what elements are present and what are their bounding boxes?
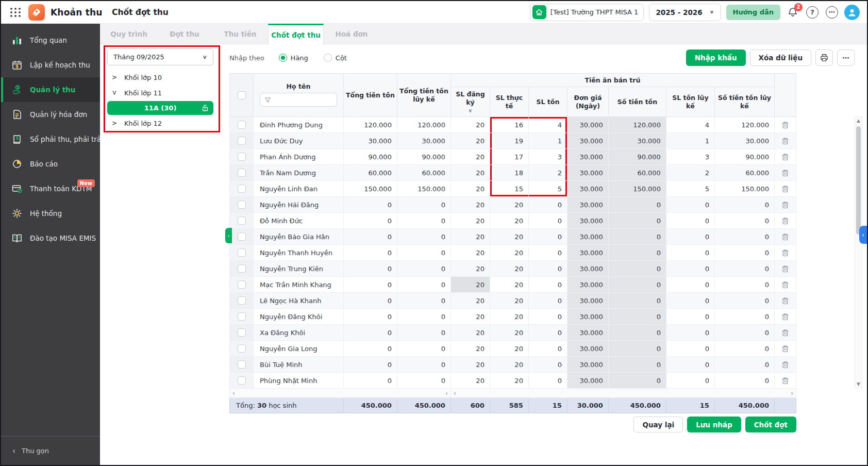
amount-remain-cum-cell[interactable]: 60.000 <box>714 165 774 181</box>
sl-remain-cell[interactable]: 5 <box>528 181 567 197</box>
unit-price-cell[interactable]: 30.000 <box>567 133 608 149</box>
scrollbar-thumb[interactable] <box>856 126 861 235</box>
radio-column-mode[interactable]: Cột <box>324 54 347 62</box>
sl-remain-cum-cell[interactable]: 2 <box>666 165 714 181</box>
row-checkbox[interactable] <box>238 185 246 193</box>
trash-icon[interactable] <box>775 312 796 321</box>
sl-actual-cell[interactable]: 20 <box>490 245 528 261</box>
total-cum-cell[interactable]: 0 <box>397 197 450 213</box>
sl-actual-cell[interactable]: 20 <box>490 341 528 357</box>
collapse-tree-panel-handle[interactable]: ‹ <box>225 228 232 243</box>
total-cell[interactable]: 0 <box>343 261 397 277</box>
sidebar-item-7[interactable]: Hệ thống <box>1 201 100 226</box>
sidebar-item-6[interactable]: Thanh toán KDTMNew <box>1 176 100 201</box>
tree-class-selected[interactable]: 11A (30) <box>107 101 213 115</box>
amount-remain-cell[interactable]: 0 <box>608 373 666 389</box>
amount-remain-cell[interactable]: 120.000 <box>608 117 666 133</box>
sl-remain-cum-cell[interactable]: 0 <box>666 325 714 341</box>
amount-remain-cum-cell[interactable]: 0 <box>714 325 774 341</box>
col-header-amount-remain-cum[interactable]: Số tiền tồn lũy kế <box>714 87 774 117</box>
amount-remain-cell[interactable]: 0 <box>608 229 666 245</box>
import-button[interactable]: Nhập khẩu <box>686 49 746 66</box>
total-cum-cell[interactable]: 150.000 <box>397 181 450 197</box>
row-checkbox[interactable] <box>238 312 246 321</box>
print-button[interactable] <box>815 49 833 66</box>
chevron-collapsed-icon[interactable]: > <box>112 120 117 127</box>
sl-actual-cell[interactable]: 20 <box>490 261 528 277</box>
total-cell[interactable]: 150.000 <box>343 181 397 197</box>
total-cell[interactable]: 0 <box>343 309 397 325</box>
total-cum-cell[interactable]: 0 <box>397 213 450 229</box>
guide-button[interactable]: Hướng dẫn <box>726 5 781 20</box>
table-vertical-scrollbar[interactable]: ▲ ▼ <box>855 116 862 388</box>
amount-remain-cum-cell[interactable]: 0 <box>714 309 774 325</box>
total-cum-cell[interactable]: 90.000 <box>397 149 450 165</box>
sl-remain-cell[interactable]: 0 <box>528 341 567 357</box>
name-filter-input[interactable] <box>260 93 337 107</box>
unit-price-cell[interactable]: 30.000 <box>567 149 608 165</box>
sl-remain-cum-cell[interactable]: 0 <box>666 357 714 373</box>
sl-remain-cell[interactable]: 0 <box>528 293 567 309</box>
sidebar-item-3[interactable]: Quản lý hóa đơn <box>1 102 100 127</box>
unit-price-cell[interactable]: 30.000 <box>567 261 608 277</box>
sidebar-item-2[interactable]: $Quản lý thu <box>1 77 100 102</box>
trash-icon[interactable] <box>775 248 796 257</box>
radio-row-mode[interactable]: Hàng <box>279 54 308 62</box>
sl-reg-cell[interactable]: 20 <box>450 181 490 197</box>
sidebar-item-1[interactable]: $Lập kế hoạch thu <box>1 53 100 77</box>
tab-4[interactable]: Hoá đơn <box>324 24 379 44</box>
sl-remain-cum-cell[interactable]: 0 <box>666 245 714 261</box>
col-header-unit-price[interactable]: Đơn giá (Ngày) <box>567 87 608 117</box>
sl-remain-cell[interactable]: 0 <box>528 197 567 213</box>
trash-icon[interactable] <box>775 201 796 209</box>
amount-remain-cell[interactable]: 90.000 <box>608 149 666 165</box>
sl-actual-cell[interactable]: 19 <box>490 133 528 149</box>
sl-reg-cell[interactable]: 20 <box>450 341 490 357</box>
sl-remain-cell[interactable]: 0 <box>528 229 567 245</box>
amount-remain-cell[interactable]: 0 <box>608 261 666 277</box>
school-year-dropdown[interactable]: 2025 - 2026 ∨ <box>649 4 721 21</box>
amount-remain-cell[interactable]: 30.000 <box>608 133 666 149</box>
total-cell[interactable]: 60.000 <box>343 165 397 181</box>
total-cum-cell[interactable]: 120.000 <box>397 117 450 133</box>
sl-reg-cell[interactable]: 20 <box>450 277 490 293</box>
trash-icon[interactable] <box>775 296 796 305</box>
amount-remain-cum-cell[interactable]: 30.000 <box>714 133 774 149</box>
sl-remain-cell[interactable]: 0 <box>528 277 567 293</box>
trash-icon[interactable] <box>775 169 796 177</box>
sl-remain-cell[interactable]: 2 <box>528 165 567 181</box>
col-header-amount-remain[interactable]: Số tiền tồn <box>608 87 666 117</box>
sl-reg-cell[interactable]: 20 <box>450 261 490 277</box>
amount-remain-cum-cell[interactable]: 0 <box>714 229 774 245</box>
sidebar-item-5[interactable]: Báo cáo <box>1 152 100 176</box>
unit-price-cell[interactable]: 30.000 <box>567 277 608 293</box>
sl-remain-cell[interactable]: 3 <box>528 149 567 165</box>
sl-reg-cell[interactable]: 20 <box>450 245 490 261</box>
sl-remain-cell[interactable]: 0 <box>528 325 567 341</box>
amount-remain-cell[interactable]: 0 <box>608 293 666 309</box>
total-cell[interactable]: 0 <box>343 357 397 373</box>
sidebar-item-4[interactable]: $Sổ phải thu, phải trả <box>1 127 100 152</box>
sl-reg-cell[interactable]: 20 <box>450 197 490 213</box>
trash-icon[interactable] <box>775 376 796 385</box>
sl-actual-cell[interactable]: 16 <box>490 117 528 133</box>
total-cell[interactable]: 0 <box>343 277 397 293</box>
amount-remain-cell[interactable]: 60.000 <box>608 165 666 181</box>
total-cell[interactable]: 0 <box>343 229 397 245</box>
trash-icon[interactable] <box>775 137 796 145</box>
amount-remain-cell[interactable]: 0 <box>608 309 666 325</box>
sl-remain-cell[interactable]: 0 <box>528 357 567 373</box>
sl-actual-cell[interactable]: 20 <box>490 293 528 309</box>
trash-icon[interactable] <box>775 121 796 129</box>
sl-reg-cell[interactable]: 20 <box>450 133 490 149</box>
total-cum-cell[interactable]: 0 <box>397 229 450 245</box>
amount-remain-cum-cell[interactable]: 120.000 <box>714 117 774 133</box>
notifications-button[interactable]: 2 <box>786 5 800 20</box>
sl-reg-cell[interactable]: 20 <box>450 325 490 341</box>
amount-remain-cell[interactable]: 0 <box>608 277 666 293</box>
total-cum-cell[interactable]: 60.000 <box>397 165 450 181</box>
unit-price-cell[interactable]: 30.000 <box>567 165 608 181</box>
sl-remain-cum-cell[interactable]: 0 <box>666 293 714 309</box>
trash-icon[interactable] <box>775 217 796 225</box>
col-header-sl-reg[interactable]: SL đăng ký ∨ <box>450 87 490 117</box>
